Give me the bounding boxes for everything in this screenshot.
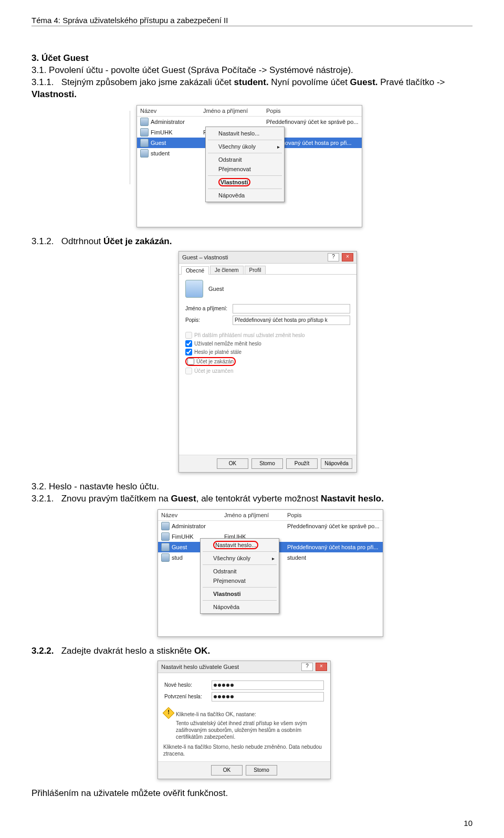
help-button[interactable]: Nápověda — [321, 458, 352, 469]
warning-text: Tento uživatelský účet ihned ztratí přís… — [176, 720, 325, 740]
line-3-1-2: 3.1.2. Odtrhnout Účet je zakázán. — [32, 236, 472, 248]
tab-profile[interactable]: Profil — [245, 266, 266, 274]
line-3-1: 3.1. Povolení účtu - povolte účet Guest … — [32, 65, 472, 77]
dialog-tabs: Obecné Je členem Profil — [179, 264, 356, 275]
checkbox-must-change[interactable]: Při dalším přihlášení musí uživatel změn… — [185, 332, 350, 339]
context-menu: Nastavit heslo... Všechny úkoly▸ Odstran… — [205, 127, 285, 202]
user-icon — [140, 128, 149, 137]
user-icon — [140, 118, 149, 126]
title-bar: Guest – vlastnosti ? × — [179, 252, 356, 264]
checkbox-disabled[interactable]: Účet je zakázán — [185, 357, 350, 366]
fullname-label: Jméno a příjmení: — [185, 306, 233, 311]
tab-general[interactable]: Obecné — [181, 266, 209, 275]
user-icon — [161, 543, 170, 551]
new-password-label: Nové heslo: — [164, 682, 212, 688]
chevron-right-icon: ▸ — [277, 144, 280, 150]
menuitem-properties[interactable]: Vlastnosti — [207, 177, 283, 187]
menuitem-all-tasks[interactable]: Všechny úkoly▸ — [202, 553, 278, 563]
menuitem-set-password[interactable]: Nastavit heslo... — [202, 540, 278, 550]
dialog-title: Nastavit heslo uživatele Guest — [161, 664, 239, 670]
checkbox-locked[interactable]: Účet je uzamčen — [185, 368, 350, 374]
cancel-button[interactable]: Storno — [251, 458, 283, 469]
heading-3: 3. Účet Guest — [32, 53, 472, 65]
user-icon — [140, 139, 149, 147]
close-button[interactable]: × — [342, 253, 353, 261]
description-label: Popis: — [185, 317, 233, 323]
confirm-password-field[interactable] — [212, 692, 324, 701]
checkbox-never-expires[interactable]: Heslo je platné stále — [185, 349, 350, 355]
menuitem-set-password[interactable]: Nastavit heslo... — [207, 129, 283, 138]
title-bar: Nastavit heslo uživatele Guest ? × — [158, 661, 330, 673]
fullname-field[interactable] — [233, 304, 350, 313]
description-field[interactable]: Předdefinovaný účet hosta pro přístup k — [233, 316, 350, 325]
menuitem-all-tasks[interactable]: Všechny úkoly▸ — [207, 142, 283, 151]
tab-memberof[interactable]: Je členem — [210, 266, 244, 274]
screenshot-properties-dialog: Guest – vlastnosti ? × Obecné Je členem … — [178, 251, 357, 473]
ok-button[interactable]: OK — [211, 765, 243, 776]
user-icon — [161, 553, 170, 562]
menuitem-properties[interactable]: Vlastnosti — [202, 589, 278, 599]
list-row[interactable]: Administrator Předdefinovaný účet ke spr… — [158, 521, 383, 531]
menuitem-remove[interactable]: Odstranit — [202, 567, 278, 576]
dialog-title: Guest – vlastnosti — [182, 254, 228, 260]
list-header: Název Jméno a příjmení Popis — [158, 510, 383, 521]
screenshot-context-menu-1: Název Jméno a příjmení Popis Administrat… — [136, 105, 362, 227]
user-icon — [161, 522, 170, 530]
line-3-2-2: 3.2.2. Zadejte dvakrát heslo a stiskněte… — [32, 645, 472, 657]
page-header: Téma 4: Správa uživatelského přístupu a … — [32, 16, 472, 26]
cancel-button[interactable]: Storno — [246, 765, 277, 776]
final-line: Přihlášením na uživatele můžete ověřit f… — [32, 788, 472, 800]
screenshot-context-menu-2: Název Jméno a příjmení Popis Administrat… — [158, 509, 383, 637]
menuitem-rename[interactable]: Přejmenovat — [202, 576, 278, 585]
help-button[interactable]: ? — [301, 663, 313, 671]
warning-icon — [163, 707, 175, 719]
line-3-2: 3.2. Heslo - nastavte heslo účtu. — [32, 481, 472, 493]
context-menu: Nastavit heslo... Všechny úkoly▸ Odstran… — [200, 538, 279, 614]
ok-button[interactable]: OK — [217, 458, 248, 469]
menuitem-rename[interactable]: Přejmenovat — [207, 164, 283, 174]
apply-button[interactable]: Použít — [286, 458, 318, 469]
user-avatar-icon — [185, 280, 203, 298]
warning-footer: Kliknete-li na tlačítko Storno, heslo ne… — [163, 743, 325, 757]
line-3-1-1: 3.1.1. Stejným způsobem jako jsme zakáza… — [32, 77, 472, 101]
checkbox-cannot-change[interactable]: Uživatel nemůže měnit heslo — [185, 340, 350, 347]
line-3-2-1: 3.2.1. Znovu pravým tlačítkem na Guest, … — [32, 493, 472, 505]
user-icon — [140, 149, 149, 158]
confirm-password-label: Potvrzení hesla: — [164, 694, 212, 699]
menuitem-remove[interactable]: Odstranit — [207, 155, 283, 164]
chevron-right-icon: ▸ — [272, 556, 275, 561]
list-row[interactable]: Administrator Předdefinovaný účet ke spr… — [137, 117, 362, 127]
username-label: Guest — [208, 286, 224, 292]
list-header: Název Jméno a příjmení Popis — [137, 106, 362, 117]
screenshot-set-password-dialog: Nastavit heslo uživatele Guest ? × Nové … — [158, 661, 331, 779]
close-button[interactable]: × — [316, 663, 327, 671]
user-icon — [161, 532, 170, 541]
help-button[interactable]: ? — [328, 253, 339, 261]
new-password-field[interactable] — [212, 680, 324, 690]
menuitem-help[interactable]: Nápověda — [202, 602, 278, 612]
page-number: 10 — [464, 819, 472, 827]
menuitem-help[interactable]: Nápověda — [207, 191, 283, 200]
